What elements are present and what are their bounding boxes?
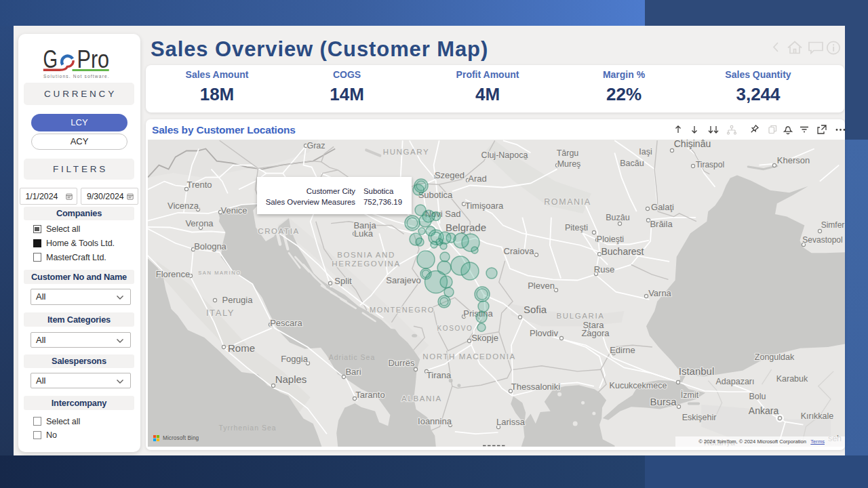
svg-text:Trento: Trento — [186, 180, 212, 190]
svg-text:Rome: Rome — [228, 342, 255, 354]
svg-text:KOSOVO: KOSOVO — [437, 325, 473, 332]
svg-text:Piteşti: Piteşti — [565, 223, 588, 232]
svg-text:Ioannina: Ioannina — [418, 416, 452, 426]
svg-text:Adriatic Sea: Adriatic Sea — [329, 353, 376, 361]
svg-text:BOSNIA AND: BOSNIA AND — [337, 251, 395, 259]
svg-text:Cluj-Napoca: Cluj-Napoca — [481, 150, 528, 160]
svg-text:Split: Split — [334, 276, 352, 286]
svg-text:HERZEGOVINA: HERZEGOVINA — [332, 260, 400, 268]
svg-text:Kucukcekmece: Kucukcekmece — [610, 381, 667, 390]
svg-text:Thessaloniki: Thessaloniki — [511, 382, 560, 392]
svg-text:Timişoara: Timişoara — [465, 201, 504, 211]
svg-text:HUNGARY: HUNGARY — [383, 148, 430, 156]
svg-text:Chişinâu: Chişinâu — [674, 140, 711, 149]
svg-text:Iaşi: Iaşi — [639, 147, 652, 157]
svg-text:Ruse: Ruse — [594, 264, 614, 274]
svg-text:Ankara: Ankara — [749, 405, 779, 416]
svg-text:Istanbul: Istanbul — [679, 365, 715, 377]
svg-text:NORTH MACEDONIA: NORTH MACEDONIA — [422, 352, 516, 361]
svg-text:İzmit: İzmit — [681, 390, 699, 400]
svg-text:Kherson: Kherson — [777, 155, 810, 165]
svg-text:ITALY: ITALY — [206, 308, 235, 318]
svg-text:Tyrrhenian Sea: Tyrrhenian Sea — [218, 424, 276, 432]
svg-text:ALBANIA: ALBANIA — [401, 394, 442, 403]
svg-text:Zonguldak: Zonguldak — [755, 352, 795, 362]
svg-text:Bacău: Bacău — [620, 159, 644, 168]
svg-text:Adapazarı: Adapazarı — [716, 377, 755, 386]
svg-text:Naples: Naples — [275, 373, 307, 385]
svg-text:Kırıkkale: Kırıkkale — [801, 411, 834, 421]
svg-text:Pescara: Pescara — [270, 318, 302, 328]
svg-text:Solutions. Not software.: Solutions. Not software. — [43, 74, 109, 79]
svg-text:Luka: Luka — [354, 228, 374, 239]
svg-text:Szeged: Szeged — [435, 170, 465, 180]
svg-text:BULGARIA: BULGARIA — [557, 312, 605, 320]
svg-text:Karabuk: Karabuk — [776, 374, 808, 384]
svg-text:Skopje: Skopje — [471, 333, 498, 343]
svg-text:Brăila: Brăila — [650, 219, 673, 229]
svg-text:Târgu: Târgu — [557, 148, 579, 158]
svg-text:Foggia: Foggia — [281, 354, 309, 364]
svg-text:Tiraspol: Tiraspol — [696, 160, 724, 169]
svg-text:Simfer: Simfer — [821, 220, 845, 230]
svg-text:Verona: Verona — [185, 218, 214, 228]
svg-text:Vicenza: Vicenza — [167, 201, 199, 211]
svg-text:Bari: Bari — [345, 367, 361, 377]
svg-text:Plovdiv: Plovdiv — [530, 328, 558, 338]
svg-text:Zagora: Zagora — [581, 328, 610, 338]
svg-text:Venice: Venice — [220, 205, 247, 216]
svg-text:Sevastopol: Sevastopol — [802, 235, 842, 245]
svg-text:MONTENEGRO: MONTENEGRO — [370, 306, 435, 314]
svg-text:Pleven: Pleven — [528, 281, 555, 291]
svg-text:Galaţi: Galaţi — [651, 202, 674, 212]
svg-text:Sarajevo: Sarajevo — [386, 275, 420, 285]
svg-text:Taranto: Taranto — [355, 390, 384, 400]
svg-text:SAN MARINO: SAN MARINO — [198, 270, 241, 276]
svg-text:Perugia: Perugia — [222, 295, 254, 305]
svg-text:Durrës: Durrës — [388, 358, 415, 368]
svg-text:Bucharest: Bucharest — [601, 246, 644, 257]
svg-text:CROATIA: CROATIA — [258, 227, 299, 235]
svg-text:Graz: Graz — [307, 141, 325, 150]
svg-text:Mureş: Mureş — [557, 159, 581, 169]
svg-text:Bolu: Bolu — [749, 392, 766, 401]
svg-text:Buzâu: Buzâu — [606, 213, 629, 222]
svg-text:Bologna: Bologna — [194, 241, 226, 251]
svg-text:Tirana: Tirana — [427, 370, 452, 380]
svg-text:Sofia: Sofia — [524, 304, 547, 315]
svg-text:Varna: Varna — [648, 288, 671, 298]
svg-text:Edirne: Edirne — [610, 345, 635, 355]
svg-text:Belgrade: Belgrade — [446, 222, 486, 233]
svg-text:Arad: Arad — [468, 174, 486, 184]
svg-text:Craiova: Craiova — [504, 246, 535, 256]
svg-text:ROMANIA: ROMANIA — [544, 197, 591, 207]
svg-text:Florence: Florence — [156, 269, 191, 279]
svg-text:Bursa: Bursa — [650, 396, 677, 407]
svg-text:Ploieşti: Ploieşti — [597, 235, 624, 244]
svg-text:Larissa: Larissa — [496, 417, 526, 427]
svg-text:Eskişehir: Eskişehir — [682, 413, 717, 422]
